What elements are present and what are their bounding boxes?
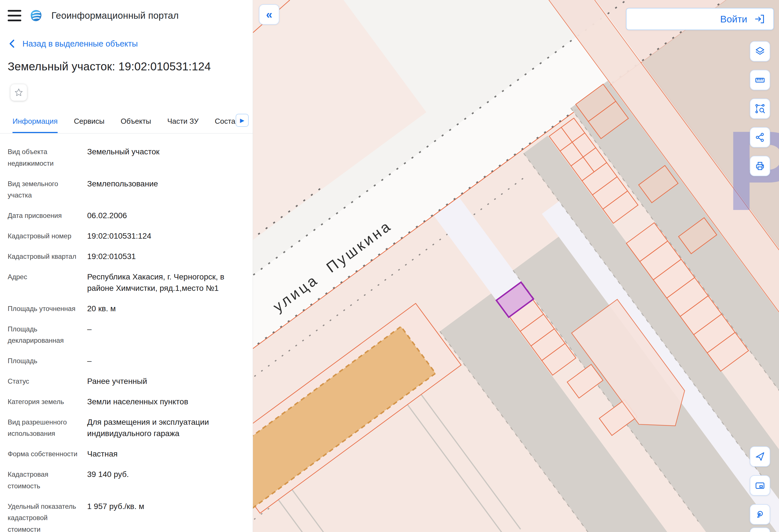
- info-row: Кадастровая стоимость 39 140 руб.: [8, 469, 237, 492]
- field-label: Удельный показатель кадастровой стоимост…: [8, 501, 79, 532]
- field-label: Форма собственности: [8, 448, 79, 460]
- field-value: Республика Хакасия, г. Черногорск, в рай…: [87, 271, 237, 294]
- field-label: Вид земельного участка: [8, 178, 79, 201]
- field-value: 06.02.2006: [87, 210, 237, 221]
- field-value: 1 957 руб./кв. м: [87, 501, 237, 532]
- back-link-label: Назад в выделенные объекты: [22, 39, 138, 49]
- back-link[interactable]: Назад в выделенные объекты: [8, 39, 245, 49]
- area-search-tool-button[interactable]: [750, 98, 770, 119]
- info-row: Вид объекта недвижимости Земельный участ…: [8, 146, 237, 170]
- field-label: Площадь: [8, 355, 79, 367]
- field-label: Площадь уточненная: [8, 303, 79, 315]
- location-search-icon: [754, 508, 766, 521]
- field-value: –: [87, 355, 237, 367]
- app-logo-icon: [29, 8, 43, 23]
- field-label: Кадастровая стоимость: [8, 469, 79, 492]
- field-value: –: [87, 324, 237, 347]
- info-field-list: Вид объекта недвижимости Земельный участ…: [8, 146, 237, 532]
- info-row: Площадь декларированная –: [8, 324, 237, 347]
- share-tool-button[interactable]: [750, 127, 770, 147]
- field-value: Земельный участок: [87, 146, 237, 170]
- login-icon: [754, 13, 766, 25]
- field-label: Статус: [8, 376, 79, 387]
- app-title: Геоинформационный портал: [51, 10, 179, 21]
- info-row: Статус Ранее учтенный: [8, 376, 237, 387]
- field-label: Площадь декларированная: [8, 324, 79, 347]
- field-label: Кадастровый номер: [8, 230, 79, 242]
- tabs-scroll-right-button[interactable]: ▶: [236, 114, 249, 127]
- area-search-icon: [754, 103, 766, 115]
- info-row: Кадастровый номер 19:02:010531:124: [8, 230, 237, 242]
- field-label: Категория земель: [8, 396, 79, 408]
- layers-tool-button[interactable]: [750, 41, 770, 62]
- tab-bar: ИнформацияСервисыОбъектыЧасти ЗУСостав ▶: [0, 113, 253, 134]
- locate-icon: [754, 450, 766, 463]
- field-value: Для размещения и эксплуатации индивидуал…: [87, 416, 237, 440]
- info-row: Адрес Республика Хакасия, г. Черногорск,…: [8, 271, 237, 294]
- print-tool-button[interactable]: [750, 156, 770, 176]
- app-header: Геоинформационный портал: [0, 0, 253, 23]
- layers-icon: [754, 45, 766, 58]
- field-value: 39 140 руб.: [87, 469, 237, 492]
- partial-tool-button[interactable]: [750, 527, 770, 532]
- print-icon: [754, 160, 766, 172]
- field-label: Адрес: [8, 271, 79, 294]
- field-label: Дата присвоения: [8, 210, 79, 221]
- field-value: 19:02:010531: [87, 251, 237, 262]
- info-row: Дата присвоения 06.02.2006: [8, 210, 237, 221]
- info-row: Площадь уточненная 20 кв. м: [8, 303, 237, 315]
- tab-Части ЗУ[interactable]: Части ЗУ: [167, 117, 198, 133]
- chevron-left-icon: [8, 39, 16, 49]
- info-row: Удельный показатель кадастровой стоимост…: [8, 501, 237, 532]
- field-value: 20 кв. м: [87, 303, 237, 315]
- info-row: Вид земельного участка Землепользование: [8, 178, 237, 201]
- star-icon: [14, 87, 24, 97]
- tab-Информация[interactable]: Информация: [12, 117, 58, 133]
- location-search-tool-button[interactable]: [750, 504, 770, 525]
- field-value: Ранее учтенный: [87, 376, 237, 387]
- field-value: Землепользование: [87, 178, 237, 201]
- chevron-right-icon: ▶: [240, 117, 244, 124]
- tab-Сервисы[interactable]: Сервисы: [74, 117, 105, 133]
- field-label: Вид разрешенного использования: [8, 416, 79, 440]
- info-row: Площадь –: [8, 355, 237, 367]
- favorite-button[interactable]: [10, 84, 27, 101]
- collapse-panel-button[interactable]: «: [259, 4, 279, 25]
- field-value: Частная: [87, 448, 237, 460]
- info-row: Кадастровый квартал 19:02:010531: [8, 251, 237, 262]
- minimap-icon: [754, 479, 766, 492]
- field-label: Кадастровый квартал: [8, 251, 79, 262]
- map-canvas[interactable]: улица Пушкина Р: [253, 0, 779, 532]
- share-icon: [754, 131, 766, 144]
- locate-tool-button[interactable]: [750, 446, 770, 467]
- page-title: Земельный участок: 19:02:010531:124: [8, 60, 245, 73]
- info-row: Категория земель Земли населенных пункто…: [8, 396, 237, 408]
- login-button[interactable]: Войти: [626, 8, 774, 30]
- info-row: Форма собственности Частная: [8, 448, 237, 460]
- ruler-icon: [754, 74, 766, 86]
- ruler-tool-button[interactable]: [750, 70, 770, 90]
- field-value: 19:02:010531:124: [87, 230, 237, 242]
- menu-button[interactable]: [8, 10, 21, 21]
- map-area: улица Пушкина Р « Войти: [253, 0, 779, 532]
- field-value: Земли населенных пунктов: [87, 396, 237, 408]
- double-chevron-left-icon: «: [266, 8, 272, 21]
- object-panel: Геоинформационный портал Назад в выделен…: [0, 0, 253, 532]
- minimap-tool-button[interactable]: [750, 475, 770, 496]
- tab-Объекты[interactable]: Объекты: [121, 117, 151, 133]
- info-row: Вид разрешенного использования Для разме…: [8, 416, 237, 440]
- field-label: Вид объекта недвижимости: [8, 146, 79, 170]
- login-label: Войти: [720, 14, 747, 25]
